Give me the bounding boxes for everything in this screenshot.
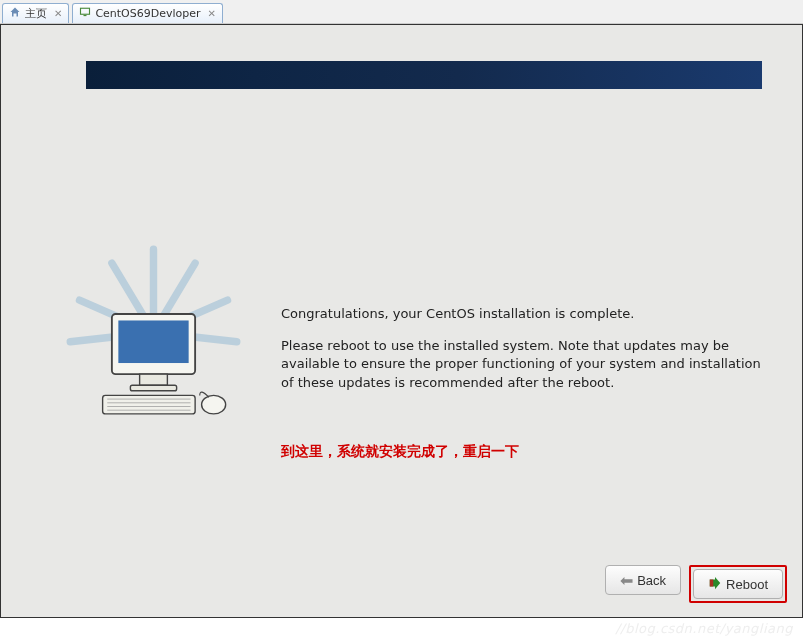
tab-vm[interactable]: CentOS69Devloper ✕ [72,3,223,23]
arrow-left-icon: ⬅ [620,571,633,590]
close-icon[interactable]: ✕ [208,8,216,19]
svg-rect-0 [81,8,90,14]
button-row: ⬅ Back Reboot [605,565,787,603]
svg-point-18 [202,395,226,414]
annotation-text: 到这里，系统就安装完成了，重启一下 [281,443,519,461]
watermark-text: //blog.csdn.net/yangliang [615,621,793,636]
computer-illustration [61,240,246,425]
svg-rect-1 [84,15,87,16]
congrats-text: Congratulations, your CentOS installatio… [281,305,762,323]
installer-banner [86,61,762,89]
home-icon [9,6,21,21]
reboot-button[interactable]: Reboot [693,569,783,599]
vm-display: Congratulations, your CentOS installatio… [0,24,803,618]
tab-home[interactable]: 主页 ✕ [2,3,69,23]
svg-rect-13 [103,395,196,414]
back-button[interactable]: ⬅ Back [605,565,681,595]
arrow-right-icon [708,576,722,593]
reboot-button-label: Reboot [726,577,768,592]
svg-rect-10 [118,320,188,363]
back-button-label: Back [637,573,666,588]
tab-home-label: 主页 [25,6,47,21]
vm-icon [79,6,91,21]
tabs-bar: 主页 ✕ CentOS69Devloper ✕ [0,0,803,24]
svg-rect-11 [140,374,168,385]
reboot-note-text: Please reboot to use the installed syste… [281,337,762,392]
svg-rect-12 [130,385,176,391]
tab-vm-label: CentOS69Devloper [95,7,200,20]
installer-message: Congratulations, your CentOS installatio… [281,305,762,406]
reboot-highlight: Reboot [689,565,787,603]
close-icon[interactable]: ✕ [54,8,62,19]
